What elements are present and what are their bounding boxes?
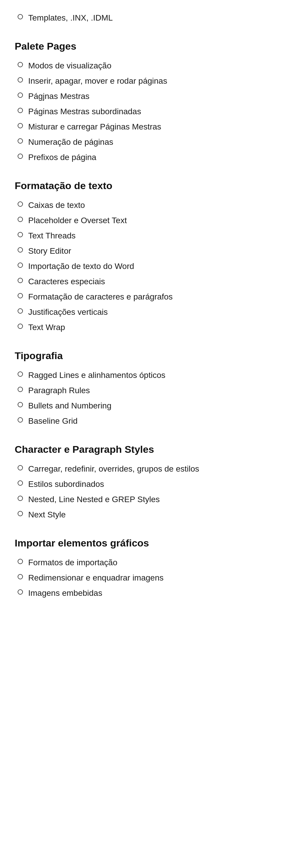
list-item: Formatação de caracteres e parágrafos <box>15 291 267 303</box>
item-text: Misturar e carregar Páginas Mestras <box>28 121 161 133</box>
section-list-0: Modos de visualizaçãoInserir, apagar, mo… <box>15 60 267 163</box>
list-item: Estilos subordinados <box>15 478 267 490</box>
list-item: Inserir, apagar, mover e rodar páginas <box>15 75 267 87</box>
bullet-icon <box>18 77 23 83</box>
bullet-icon <box>18 123 23 128</box>
list-item: Prefixos de página <box>15 151 267 163</box>
item-text: Ragged Lines e alinhamentos ópticos <box>28 369 165 381</box>
bullet-icon <box>18 589 23 595</box>
item-text: Paragraph Rules <box>28 384 90 397</box>
list-item: Carregar, redefinir, overrides, grupos d… <box>15 463 267 475</box>
bullet-icon <box>18 14 23 20</box>
list-item: Next Style <box>15 508 267 521</box>
item-text: Páginas Mestras subordinadas <box>28 105 141 118</box>
item-text: Caixas de texto <box>28 199 85 211</box>
item-text: Págjnas Mestras <box>28 90 90 102</box>
item-text: Templates, .INX, .IDML <box>28 12 113 24</box>
list-item: Placeholder e Overset Text <box>15 214 267 227</box>
section-list-1: Caixas de textoPlaceholder e Overset Tex… <box>15 199 267 334</box>
item-text: Formatos de importação <box>28 556 117 569</box>
section-heading-4: Importar elementos gráficos <box>15 536 267 551</box>
section-list-3: Carregar, redefinir, overrides, grupos d… <box>15 463 267 521</box>
list-item: Paragraph Rules <box>15 384 267 397</box>
section-heading-3: Character e Paragraph Styles <box>15 442 267 457</box>
bullet-icon <box>18 93 23 98</box>
bullet-icon <box>18 402 23 407</box>
list-item: Bullets and Numbering <box>15 400 267 412</box>
item-text: Carregar, redefinir, overrides, grupos d… <box>28 463 199 475</box>
item-text: Justificações verticais <box>28 306 108 318</box>
section-heading-2: Tipografia <box>15 348 267 363</box>
bullet-icon <box>18 511 23 516</box>
item-text: Inserir, apagar, mover e rodar páginas <box>28 75 167 87</box>
list-item: Págjnas Mestras <box>15 90 267 102</box>
bullet-icon <box>18 232 23 237</box>
list-item: Caracteres especiais <box>15 275 267 288</box>
item-text: Text Wrap <box>28 321 65 334</box>
bullet-icon <box>18 154 23 159</box>
section-heading-0: Palete Pages <box>15 39 267 54</box>
list-item: Formatos de importação <box>15 556 267 569</box>
item-text: Next Style <box>28 508 66 521</box>
bullet-icon <box>18 293 23 298</box>
list-item: Misturar e carregar Páginas Mestras <box>15 121 267 133</box>
item-text: Formatação de caracteres e parágrafos <box>28 291 173 303</box>
bullet-icon <box>18 417 23 423</box>
bullet-icon <box>18 247 23 252</box>
list-item: Templates, .INX, .IDML <box>15 12 267 24</box>
item-text: Redimensionar e enquadrar imagens <box>28 572 164 584</box>
bullet-icon <box>18 480 23 486</box>
list-item: Caixas de texto <box>15 199 267 211</box>
bullet-icon <box>18 323 23 329</box>
bullet-icon <box>18 371 23 377</box>
list-item: Numeração de páginas <box>15 136 267 148</box>
section-list-2: Ragged Lines e alinhamentos ópticosParag… <box>15 369 267 427</box>
bullet-icon <box>18 62 23 67</box>
bullet-icon <box>18 262 23 268</box>
list-item: Justificações verticais <box>15 306 267 318</box>
list-item: Redimensionar e enquadrar imagens <box>15 572 267 584</box>
list-item: Story Editor <box>15 245 267 257</box>
section-list-4: Formatos de importaçãoRedimensionar e en… <box>15 556 267 599</box>
bullet-icon <box>18 308 23 314</box>
bullet-icon <box>18 574 23 579</box>
list-item: Text Wrap <box>15 321 267 334</box>
list-item: Imagens embebidas <box>15 587 267 599</box>
list-item: Importação de texto do Word <box>15 260 267 273</box>
top-items-container: Templates, .INX, .IDML <box>15 12 267 24</box>
list-item: Modos de visualização <box>15 60 267 72</box>
list-item: Ragged Lines e alinhamentos ópticos <box>15 369 267 381</box>
bullet-icon <box>18 108 23 113</box>
item-text: Importação de texto do Word <box>28 260 134 273</box>
item-text: Modos de visualização <box>28 60 111 72</box>
section-heading-1: Formatação de texto <box>15 178 267 193</box>
list-item: Baseline Grid <box>15 415 267 427</box>
sections-container: Palete PagesModos de visualizaçãoInserir… <box>15 39 267 599</box>
bullet-icon <box>18 217 23 222</box>
bullet-icon <box>18 465 23 470</box>
item-text: Bullets and Numbering <box>28 400 111 412</box>
item-text: Estilos subordinados <box>28 478 104 490</box>
bullet-icon <box>18 559 23 564</box>
bullet-icon <box>18 202 23 207</box>
list-item: Text Threads <box>15 229 267 242</box>
item-text: Baseline Grid <box>28 415 77 427</box>
item-text: Placeholder e Overset Text <box>28 214 127 227</box>
item-text: Caracteres especiais <box>28 275 105 288</box>
bullet-icon <box>18 138 23 144</box>
list-item: Páginas Mestras subordinadas <box>15 105 267 118</box>
item-text: Story Editor <box>28 245 71 257</box>
item-text: Text Threads <box>28 229 75 242</box>
list-item: Nested, Line Nested e GREP Styles <box>15 493 267 506</box>
item-text: Numeração de páginas <box>28 136 114 148</box>
bullet-icon <box>18 496 23 501</box>
bullet-icon <box>18 387 23 392</box>
item-text: Prefixos de página <box>28 151 96 163</box>
item-text: Nested, Line Nested e GREP Styles <box>28 493 160 506</box>
item-text: Imagens embebidas <box>28 587 102 599</box>
bullet-icon <box>18 278 23 283</box>
